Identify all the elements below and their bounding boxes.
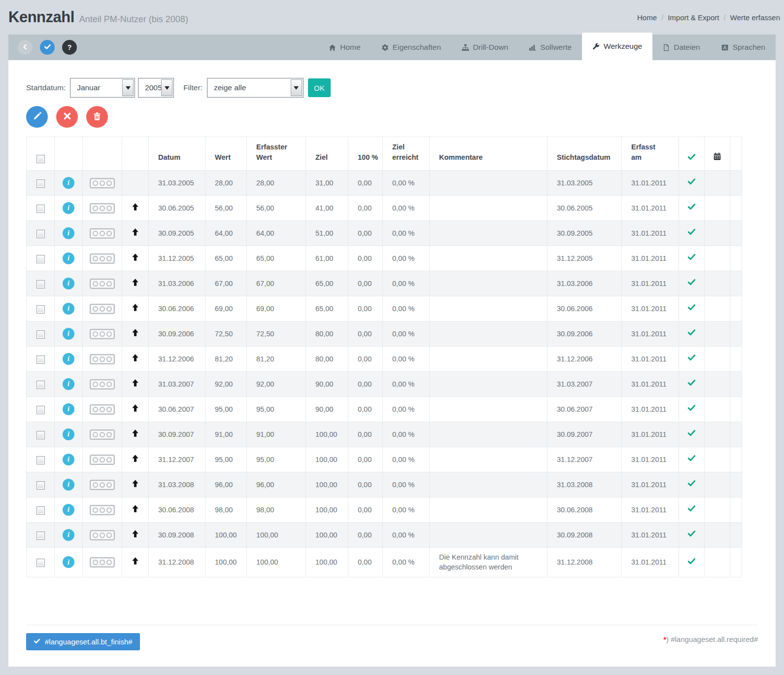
row-checkbox[interactable] [36,456,45,464]
row-checkbox[interactable] [36,280,45,288]
cancel-button[interactable] [56,106,78,128]
traffic-light-icon[interactable] [90,253,115,264]
year-select[interactable]: 2005 [138,78,174,98]
info-icon[interactable]: i [63,252,74,264]
tab-label: Home [340,43,360,52]
traffic-light-icon[interactable] [90,228,115,239]
col-info [55,137,83,171]
help-button[interactable]: ? [62,40,77,55]
page-subtitle: Anteil PM-Nutzer (bis 2008) [79,14,188,25]
traffic-light-icon[interactable] [90,404,115,415]
traffic-light-icon[interactable] [90,557,115,568]
finish-button[interactable]: #languageset.all.bt_finish# [26,633,140,650]
select-all-checkbox[interactable] [36,155,45,163]
cell-info: i [55,347,83,372]
info-icon[interactable]: i [63,504,74,516]
info-icon[interactable]: i [63,328,74,340]
traffic-light-icon[interactable] [90,379,115,390]
row-checkbox[interactable] [36,431,45,439]
info-icon[interactable]: i [63,303,74,315]
info-icon[interactable]: i [63,177,74,189]
info-icon[interactable]: i [63,454,74,465]
cell-kommentare: Die Kennzahl kann damit abgeschlossen we… [430,548,547,577]
col-kalender [705,137,730,171]
info-icon[interactable]: i [63,428,74,440]
month-select[interactable]: Januar [70,78,135,98]
info-icon[interactable]: i [63,353,74,365]
filter-select[interactable]: zeige alle [207,78,304,98]
info-icon[interactable]: i [63,378,74,390]
pencil-icon [33,111,42,122]
chevron-down-icon [291,79,302,96]
cell-trend [122,296,149,321]
cell-status [83,447,122,472]
cell-ziel: 100,00 [306,447,348,472]
cell-stichtagsdatum: 30.06.2008 [547,497,622,523]
back-button[interactable] [18,40,33,55]
info-icon[interactable]: i [63,202,74,214]
year-select-value: 2005 [145,83,162,92]
traffic-light-icon[interactable] [90,429,115,440]
cell-select [27,472,55,497]
tab-sprachen[interactable]: Sprachen [711,35,776,60]
cell-kommentare [430,171,547,196]
confirm-button[interactable] [40,40,55,55]
cell-ziel: 100,00 [306,548,348,577]
row-checkbox[interactable] [36,559,45,567]
cell-status [83,422,122,447]
ok-button[interactable]: OK [308,78,331,97]
traffic-light-icon[interactable] [90,178,115,188]
traffic-light-icon[interactable] [90,480,115,490]
row-checkbox[interactable] [36,481,45,490]
cell-spacer [730,296,742,321]
traffic-light-icon[interactable] [90,530,115,540]
row-checkbox[interactable] [36,230,45,238]
tab-dateien[interactable]: Dateien [652,35,710,60]
cell-ziel_erreicht: 0,00 % [383,422,430,447]
cell-hundert_prozent: 0,00 [348,523,383,548]
row-checkbox[interactable] [36,381,45,389]
filter-select-value: zeige alle [214,83,246,92]
confirmed-icon [687,355,696,363]
cell-erfasster_wert: 72,50 [247,321,306,347]
tab-home[interactable]: Home [318,35,371,60]
traffic-light-icon[interactable] [90,279,115,289]
traffic-light-icon[interactable] [90,304,115,314]
row-checkbox[interactable] [36,406,45,414]
row-checkbox[interactable] [36,532,45,540]
row-checkbox[interactable] [36,330,45,339]
table-row: i31.12.200795,0095,00100,000,000,00 %31.… [27,447,742,472]
info-icon[interactable]: i [63,529,74,541]
breadcrumb-item[interactable]: Import & Export [668,13,719,22]
tab-drill-down[interactable]: Drill-Down [451,35,518,60]
edit-button[interactable] [26,106,48,128]
info-icon[interactable]: i [63,479,74,491]
row-checkbox[interactable] [36,179,45,188]
row-checkbox[interactable] [36,506,45,515]
breadcrumb-item[interactable]: Werte erfassen [730,13,780,22]
tab-eigenschaften[interactable]: Eigenschaften [371,35,451,60]
info-icon[interactable]: i [63,278,74,289]
traffic-light-icon[interactable] [90,354,115,364]
cell-spacer [730,523,742,548]
row-checkbox[interactable] [36,355,45,364]
info-icon[interactable]: i [63,227,74,239]
info-icon[interactable]: i [63,403,74,415]
cell-bestaetigt [679,347,705,372]
info-icon[interactable]: i [63,556,74,568]
cell-erfasst_am: 31.01.2011 [622,497,679,523]
traffic-light-icon[interactable] [90,203,115,213]
row-checkbox[interactable] [36,205,45,213]
traffic-light-icon[interactable] [90,455,115,465]
delete-button[interactable] [86,106,108,128]
row-checkbox[interactable] [36,255,45,263]
tab-sollwerte[interactable]: Sollwerte [518,35,582,60]
traffic-light-icon[interactable] [90,329,115,339]
cell-wert: 100,00 [205,548,247,577]
tab-werkzeuge[interactable]: Werkzeuge [582,33,652,60]
cell-select [27,246,55,271]
breadcrumb-item[interactable]: Home [637,13,657,22]
traffic-light-icon[interactable] [90,505,115,515]
row-checkbox[interactable] [36,305,45,314]
cell-kommentare [430,422,547,447]
